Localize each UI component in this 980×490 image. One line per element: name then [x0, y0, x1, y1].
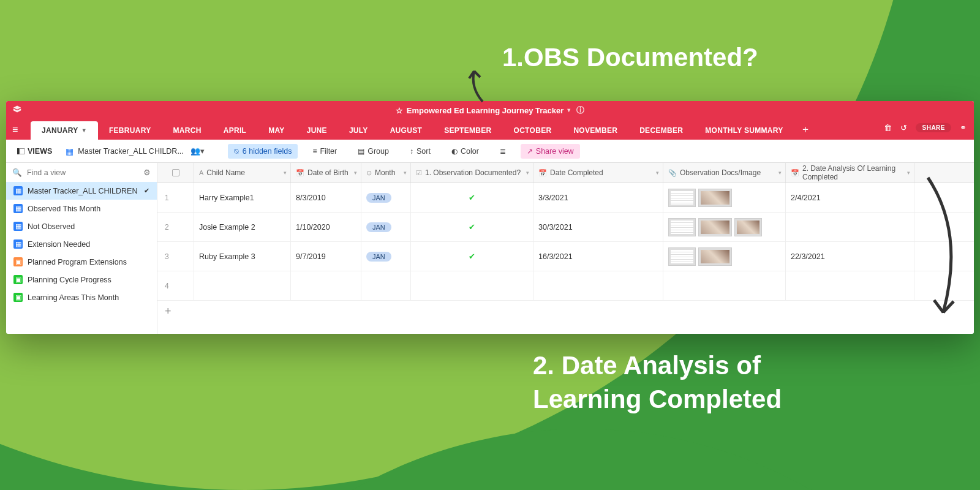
table-row[interactable]: 3Ruby Example 39/7/2019JAN✔16/3/202122/3…: [157, 242, 974, 271]
attachment-thumb[interactable]: [668, 247, 696, 266]
cell-docs[interactable]: [663, 271, 786, 300]
sidebar-view-observed-this-month[interactable]: ▦Observed This Month: [6, 200, 157, 217]
col-date-completed[interactable]: 📅Date Completed▾: [533, 163, 663, 183]
trash-icon[interactable]: 🗑: [884, 123, 892, 132]
add-row-button[interactable]: +: [157, 301, 974, 322]
row-number[interactable]: 1: [157, 183, 194, 212]
apps-icon[interactable]: ⚭: [960, 123, 967, 132]
cell-month[interactable]: JAN: [361, 183, 411, 212]
attachment-thumb[interactable]: [734, 218, 762, 236]
cell-obs[interactable]: [411, 271, 533, 300]
add-table-button[interactable]: ＋: [794, 119, 816, 140]
color-button[interactable]: ◐Color: [445, 144, 485, 159]
col-observation-documented[interactable]: ☑1. Observation Documented?▾: [411, 163, 533, 183]
table-row[interactable]: 2Josie Example 21/10/2020JAN✔30/3/2021: [157, 213, 974, 242]
share-button[interactable]: SHARE: [916, 123, 951, 132]
table-row[interactable]: 1Harry Example18/3/2010JAN✔3/3/20212/4/2…: [157, 183, 974, 213]
star-icon[interactable]: ☆: [396, 106, 403, 115]
cell-date-completed[interactable]: 30/3/2021: [533, 213, 663, 241]
sidebar-view-extension-needed[interactable]: ▦Extension Needed: [6, 235, 157, 253]
cell-date-completed[interactable]: [533, 271, 663, 300]
tab-october[interactable]: OCTOBER: [503, 121, 563, 140]
cell-month[interactable]: [361, 271, 411, 300]
col-child-name[interactable]: AChild Name▾: [194, 163, 291, 183]
cell-dob[interactable]: 1/10/2020: [291, 213, 361, 241]
tab-january[interactable]: JANUARY▼: [31, 121, 98, 140]
cell-month[interactable]: JAN: [361, 213, 411, 241]
view-label: Observed This Month: [28, 205, 100, 213]
filter-button[interactable]: ≡Filter: [306, 144, 343, 159]
cell-name[interactable]: Harry Example1: [194, 183, 291, 212]
cell-analysis[interactable]: [786, 271, 914, 300]
col-month[interactable]: ⊙Month▾: [361, 163, 411, 183]
cell-name[interactable]: [194, 271, 291, 300]
share-view-button[interactable]: ↗Share view: [521, 144, 580, 159]
cell-date-completed[interactable]: 16/3/2021: [533, 242, 663, 271]
sort-button[interactable]: ↕Sort: [404, 144, 437, 159]
tab-december[interactable]: DECEMBER: [628, 121, 694, 140]
sidebar-view-planning-cycle-progress[interactable]: ▣Planning Cycle Progress: [6, 271, 157, 288]
tab-april[interactable]: APRIL: [213, 121, 258, 140]
tab-june[interactable]: JUNE: [296, 121, 338, 140]
cell-analysis[interactable]: 2/4/2021: [786, 183, 914, 212]
col-dob[interactable]: 📅Date of Birth▾: [291, 163, 361, 183]
column-headers: AChild Name▾ 📅Date of Birth▾ ⊙Month▾ ☑1.…: [157, 163, 974, 183]
col-date-analysis[interactable]: 📅2. Date Analysis Of Learning Completed▾: [786, 163, 914, 183]
eye-off-icon: ⦰: [234, 147, 239, 156]
views-button[interactable]: VIEWS: [12, 145, 57, 158]
row-number[interactable]: 2: [157, 213, 194, 241]
sidebar-view-learning-areas-this-month[interactable]: ▣Learning Areas This Month: [6, 288, 157, 306]
row-number[interactable]: 3: [157, 242, 194, 271]
attachment-thumb[interactable]: [668, 218, 696, 236]
attachment-thumb[interactable]: [698, 189, 732, 207]
table-row[interactable]: 4: [157, 271, 974, 301]
cell-analysis[interactable]: [786, 213, 914, 241]
cell-name[interactable]: Ruby Example 3: [194, 242, 291, 271]
cell-date-completed[interactable]: 3/3/2021: [533, 183, 663, 212]
tab-may[interactable]: MAY: [257, 121, 295, 140]
cell-dob[interactable]: 9/7/2019: [291, 242, 361, 271]
col-observation-docs[interactable]: 📎Observation Docs/Image▾: [663, 163, 786, 183]
grid-icon: ▦: [66, 146, 74, 156]
sidebar-view-not-observed[interactable]: ▦Not Observed: [6, 217, 157, 235]
group-button[interactable]: ▤Group: [352, 144, 395, 159]
tab-march[interactable]: MARCH: [162, 121, 213, 140]
filter-icon: ≡: [312, 147, 317, 156]
cell-analysis[interactable]: 22/3/2021: [786, 242, 914, 271]
cell-name[interactable]: Josie Example 2: [194, 213, 291, 241]
chevron-down-icon[interactable]: ▼: [566, 107, 571, 113]
cell-docs[interactable]: [663, 183, 786, 212]
sidebar-view-planned-program-extensions[interactable]: ▣Planned Program Extensions: [6, 253, 157, 271]
tab-february[interactable]: FEBRUARY: [98, 121, 162, 140]
cell-month[interactable]: JAN: [361, 242, 411, 271]
attachment-thumb[interactable]: [668, 189, 696, 207]
tab-july[interactable]: JULY: [338, 121, 379, 140]
select-all-cell[interactable]: [157, 163, 194, 183]
tab-monthly-summary[interactable]: MONTHLY SUMMARY: [694, 121, 794, 140]
tab-september[interactable]: SEPTEMBER: [433, 121, 502, 140]
cell-obs[interactable]: ✔: [411, 183, 533, 212]
row-number[interactable]: 4: [157, 271, 194, 300]
search-input[interactable]: [27, 168, 138, 177]
arrow-icon: [452, 66, 495, 109]
cell-obs[interactable]: ✔: [411, 213, 533, 241]
cell-docs[interactable]: [663, 213, 786, 241]
cell-obs[interactable]: ✔: [411, 242, 533, 271]
info-icon[interactable]: ⓘ: [576, 105, 584, 116]
attachment-thumb[interactable]: [698, 218, 732, 236]
people-icon[interactable]: 👥▾: [190, 146, 205, 156]
current-view-name[interactable]: ▦ Master Tracker_ALL CHILDR... 👥▾: [66, 146, 205, 156]
cell-dob[interactable]: [291, 271, 361, 300]
sidebar-view-master-tracker-all-children[interactable]: ▦Master Tracker_ALL CHILDREN✔: [6, 182, 157, 200]
tab-august[interactable]: AUGUST: [379, 121, 433, 140]
attachment-thumb[interactable]: [698, 247, 732, 266]
cell-docs[interactable]: [663, 242, 786, 271]
share-icon: ↗: [527, 147, 533, 156]
gear-icon[interactable]: ⚙: [143, 168, 151, 177]
history-icon[interactable]: ↺: [900, 123, 907, 132]
menu-icon[interactable]: ≡: [12, 124, 18, 135]
cell-dob[interactable]: 8/3/2010: [291, 183, 361, 212]
hidden-fields-button[interactable]: ⦰6 hidden fields: [228, 144, 298, 159]
tab-november[interactable]: NOVEMBER: [562, 121, 628, 140]
row-height-button[interactable]: ≣: [494, 144, 512, 159]
